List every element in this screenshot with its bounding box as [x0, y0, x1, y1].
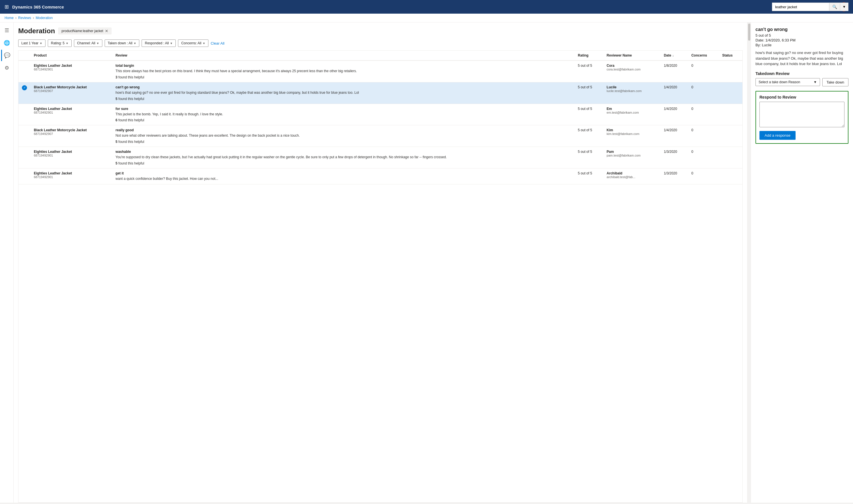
product-id: 68719492907	[34, 132, 109, 136]
filter-date[interactable]: Last 1 Year ▼	[18, 39, 46, 47]
channel-chevron-icon: ▼	[97, 42, 99, 45]
sidebar-settings[interactable]: ⚙	[1, 62, 13, 74]
row-product: Eighties Leather Jacket68719492901	[31, 60, 112, 82]
takendown-chevron-icon: ▼	[134, 42, 137, 45]
rating-value: 5 out of 5	[578, 107, 592, 111]
grid-icon[interactable]: ⊞	[4, 4, 9, 10]
review-body: Not sure what other reviewers are talkin…	[116, 133, 571, 138]
row-review: can't go wronghow's that saying go? no o…	[112, 82, 574, 104]
row-date: 1/4/2020	[661, 125, 688, 147]
row-rating: 5 out of 5	[574, 125, 603, 147]
takedown-select[interactable]: Select a take down Reason ▼	[755, 78, 820, 86]
row-review: total barginThis store always has the be…	[112, 60, 574, 82]
rating-value: 5 out of 5	[578, 150, 592, 154]
takedown-placeholder: Select a take down Reason	[759, 80, 800, 84]
table-row[interactable]: Black Leather Motorcycle Jacket687194929…	[18, 125, 743, 147]
row-date: 1/4/2020	[661, 82, 688, 104]
topbar: ⊞ Dynamics 365 Commerce 🔔 ? MG	[0, 0, 853, 14]
main-container: ☰ 🌐 💬 ⚙ Moderation productName:leather j…	[0, 22, 853, 503]
row-date: 1/3/2020	[661, 147, 688, 168]
row-reviewer: Pampam.test@fabrikam.com	[603, 147, 661, 168]
clear-all-button[interactable]: Clear All	[211, 41, 224, 46]
takedown-row: Select a take down Reason ▼ Take down	[755, 78, 849, 86]
breadcrumb-reviews[interactable]: Reviews	[18, 16, 31, 20]
row-review: really goodNot sure what other reviewers…	[112, 125, 574, 147]
row-concerns: 0	[688, 104, 719, 125]
table-row[interactable]: Eighties Leather Jacket68719492901total …	[18, 60, 743, 82]
row-status	[719, 168, 743, 184]
takedown-chevron-icon: ▼	[814, 80, 817, 84]
helpful-count: 3 found this helpful	[116, 75, 571, 79]
breadcrumb-moderation[interactable]: Moderation	[36, 16, 53, 20]
sidebar-hamburger[interactable]: ☰	[1, 25, 13, 36]
reviewer-email: em.test@fabrikam.com	[607, 111, 657, 114]
row-select-cell: ✓	[18, 82, 31, 104]
search-button[interactable]: 🔍	[829, 3, 840, 11]
row-concerns: 0	[688, 82, 719, 104]
row-select-cell	[18, 147, 31, 168]
th-date[interactable]: Date ↓	[661, 51, 688, 60]
row-select-cell	[18, 125, 31, 147]
filter-channel[interactable]: Channel: All ▼	[74, 39, 102, 47]
table-row[interactable]: ✓Black Leather Motorcycle Jacket68719492…	[18, 82, 743, 104]
page-header: Moderation productName:leather jacket ✕	[18, 27, 743, 35]
scrollbar[interactable]	[747, 22, 751, 503]
detail-by: By: Lucile	[755, 43, 849, 47]
helpful-count: 6 found this helpful	[116, 118, 571, 122]
reviewer-email: kim.test@fabrikam.com	[607, 132, 657, 136]
review-title: washable	[116, 150, 571, 154]
search-container: 🔍 ▼	[772, 3, 849, 11]
th-review: Review	[112, 51, 574, 60]
date-value: 1/3/2020	[664, 171, 677, 175]
page-title: Moderation	[18, 27, 55, 35]
review-body: You're supposed to dry clean these jacke…	[116, 155, 571, 160]
review-title: for sure	[116, 107, 571, 111]
product-name: Black Leather Motorcycle Jacket	[34, 85, 109, 89]
review-title: can't go wrong	[116, 85, 571, 89]
responded-chevron-icon: ▼	[170, 42, 173, 45]
concerns-value: 0	[691, 171, 693, 175]
row-product: Black Leather Motorcycle Jacket687194929…	[31, 125, 112, 147]
filter-concerns[interactable]: Concerns: All ▼	[178, 39, 208, 47]
right-panel: can't go wrong 5 out of 5 Date: 1/4/2020…	[751, 22, 853, 503]
sidebar-globe[interactable]: 🌐	[1, 37, 13, 49]
filter-taken-down[interactable]: Taken down : All ▼	[105, 39, 140, 47]
th-product: Product	[31, 51, 112, 60]
filter-responded[interactable]: Responded : All ▼	[142, 39, 176, 47]
row-reviewer: Emem.test@fabrikam.com	[603, 104, 661, 125]
respond-textarea[interactable]	[760, 102, 845, 127]
table-row[interactable]: Eighties Leather Jacket68719492901washab…	[18, 147, 743, 168]
row-select-cell	[18, 104, 31, 125]
filter-rating[interactable]: Rating: 5 ▼	[48, 39, 72, 47]
scrollbar-thumb	[748, 23, 750, 41]
table-row[interactable]: Eighties Leather Jacket68719492901for su…	[18, 104, 743, 125]
search-input-wrap: 🔍 ▼	[772, 3, 849, 11]
table-row[interactable]: Eighties Leather Jacket68719492901get it…	[18, 168, 743, 184]
date-value: 1/4/2020	[664, 107, 677, 111]
takedown-button[interactable]: Take down	[822, 78, 849, 86]
breadcrumb-home[interactable]: Home	[4, 16, 14, 20]
concerns-chevron-icon: ▼	[203, 42, 205, 45]
product-name: Eighties Leather Jacket	[34, 150, 109, 154]
reviewer-name: Kim	[607, 128, 657, 132]
row-select-cell	[18, 60, 31, 82]
detail-body: how's that saying go? no one ever got fi…	[755, 50, 849, 67]
table-header-row: Product Review Rating Reviewer Name Date…	[18, 51, 743, 60]
reviewer-email: archibald.test@fab...	[607, 175, 657, 179]
table-container: Product Review Rating Reviewer Name Date…	[18, 50, 743, 503]
date-sort-icon: ↓	[673, 54, 674, 57]
row-reviewer: Coracora.test@fabrikam.com	[603, 60, 661, 82]
row-concerns: 0	[688, 125, 719, 147]
respond-section: Respond to Review Add a response	[755, 91, 849, 144]
product-id: 68719492901	[34, 154, 109, 157]
search-input[interactable]	[772, 3, 829, 11]
search-dropdown-button[interactable]: ▼	[840, 3, 848, 11]
sidebar-reviews[interactable]: 💬	[1, 50, 13, 61]
helpful-count: 5 found this helpful	[116, 161, 571, 165]
row-reviewer: Archibaldarchibald.test@fab...	[603, 168, 661, 184]
breadcrumb-sep-1: ›	[15, 16, 17, 20]
filter-tag-close[interactable]: ✕	[105, 29, 108, 33]
product-id: 68719492901	[34, 68, 109, 71]
add-response-button[interactable]: Add a response	[760, 131, 796, 140]
product-name: Eighties Leather Jacket	[34, 107, 109, 111]
